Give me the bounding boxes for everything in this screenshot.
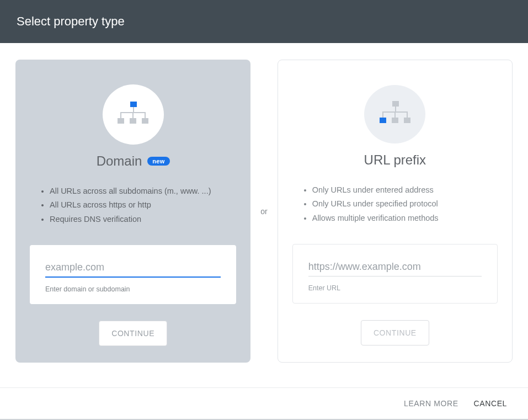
url-icon-circle <box>364 85 425 143</box>
sitemap-icon <box>115 100 151 129</box>
domain-icon-circle <box>103 84 164 145</box>
dialog-header: Select property type <box>0 0 528 43</box>
url-helper-text: Enter URL <box>308 284 482 292</box>
url-input[interactable] <box>308 259 482 277</box>
svg-rect-5 <box>380 118 386 123</box>
domain-feature-list: All URLs across all subdomains (m., www.… <box>30 184 236 228</box>
url-continue-button[interactable]: CONTINUE <box>361 320 429 345</box>
svg-rect-1 <box>118 118 124 124</box>
url-prefix-card[interactable]: URL prefix Only URLs under entered addre… <box>278 60 513 363</box>
sitemap-icon <box>377 100 413 129</box>
domain-feature-item: All URLs across https or http <box>50 198 236 212</box>
svg-rect-3 <box>142 118 148 124</box>
url-title: URL prefix <box>364 152 426 168</box>
domain-continue-button[interactable]: CONTINUE <box>99 321 167 346</box>
domain-card[interactable]: Domain new All URLs across all subdomain… <box>15 60 250 363</box>
learn-more-button[interactable]: LEARN MORE <box>404 399 458 408</box>
cancel-button[interactable]: CANCEL <box>474 399 507 408</box>
url-input-wrap: Enter URL <box>292 244 498 304</box>
domain-feature-item: All URLs across all subdomains (m., www.… <box>50 184 236 198</box>
svg-rect-0 <box>130 102 137 107</box>
domain-input-wrap: Enter domain or subdomain <box>30 245 236 304</box>
domain-input[interactable] <box>45 259 221 278</box>
svg-rect-2 <box>130 118 136 124</box>
new-badge: new <box>147 157 169 166</box>
url-feature-item: Allows multiple verification methods <box>312 211 498 225</box>
url-title-row: URL prefix <box>364 152 426 168</box>
domain-helper-text: Enter domain or subdomain <box>45 285 221 293</box>
url-feature-item: Only URLs under entered address <box>312 183 498 197</box>
url-feature-item: Only URLs under specified protocol <box>312 197 498 211</box>
dialog-footer: LEARN MORE CANCEL <box>0 387 528 420</box>
dialog-title: Select property type <box>17 14 125 28</box>
domain-title-row: Domain new <box>97 153 170 169</box>
url-feature-list: Only URLs under entered address Only URL… <box>292 183 498 227</box>
svg-rect-7 <box>404 118 410 123</box>
svg-rect-6 <box>392 118 398 123</box>
domain-title: Domain <box>97 153 142 169</box>
or-separator: or <box>260 207 267 216</box>
dialog-content: Domain new All URLs across all subdomain… <box>0 43 528 379</box>
domain-feature-item: Requires DNS verification <box>50 212 236 226</box>
svg-rect-4 <box>392 101 399 107</box>
